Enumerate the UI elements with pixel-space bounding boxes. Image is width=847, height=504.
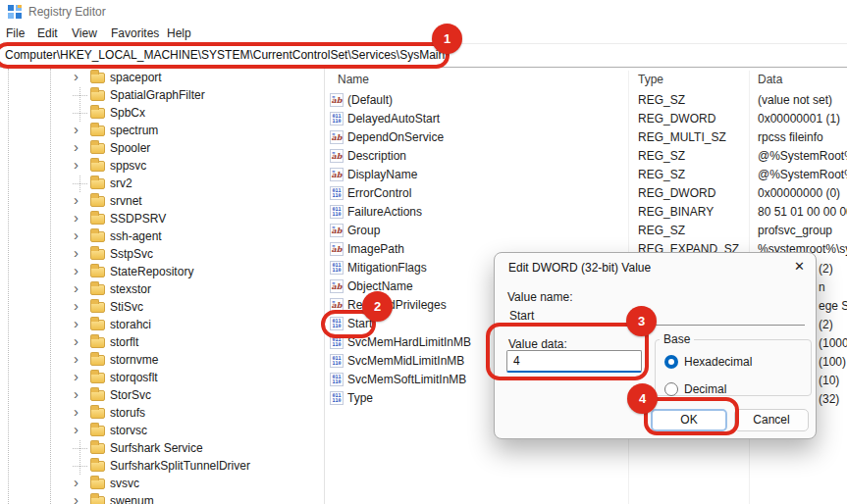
value-type: REG_SZ	[638, 224, 685, 237]
tree-item-spectrum[interactable]: ›spectrum	[0, 122, 324, 139]
chevron-right-icon[interactable]: ›	[69, 298, 83, 316]
value-name: SvcMemMidLimitInMB	[347, 354, 464, 368]
chevron-right-icon[interactable]: ›	[69, 404, 83, 422]
tree-item-sstpsvc[interactable]: ›SstpSvc	[0, 245, 324, 263]
chevron-right-icon[interactable]: ›	[69, 475, 83, 492]
tree-item-label: SSDPSRV	[110, 210, 166, 227]
folder-icon	[90, 390, 105, 401]
window-title: Registry Editor	[28, 5, 106, 19]
tree-item-label: ssh-agent	[110, 227, 162, 245]
tree-item-swenum[interactable]: ›swenum	[0, 492, 324, 504]
close-icon[interactable]: ✕	[794, 259, 805, 274]
dword-value-icon: 011110	[330, 205, 344, 219]
folder-icon	[90, 108, 105, 119]
menu-help[interactable]: Help	[167, 24, 191, 43]
chevron-right-icon[interactable]: ›	[69, 192, 83, 210]
tree-item-storahci[interactable]: ›storahci	[0, 316, 324, 333]
tree-item-storqosflt[interactable]: ›storqosflt	[0, 369, 324, 386]
tree-item-label: SurfsharkSplitTunnelDriver	[110, 457, 250, 475]
tree-item-staterepository[interactable]: ›StateRepository	[0, 263, 324, 280]
string-value-icon: ab	[330, 93, 344, 107]
tree-item-sppsvc[interactable]: ›sppsvc	[0, 157, 324, 175]
registry-editor-window: Registry Editor File Edit View Favorites…	[0, 0, 847, 504]
folder-icon	[90, 461, 105, 472]
value-name: Start	[347, 317, 372, 330]
tree-item-spbcx[interactable]: SpbCx	[0, 104, 324, 122]
value-type: REG_SZ	[638, 93, 685, 107]
chevron-right-icon[interactable]: ›	[69, 210, 83, 227]
chevron-right-icon[interactable]: ›	[69, 280, 83, 298]
dword-value-icon: 011110	[330, 261, 344, 275]
list-row-group[interactable]: abGroupREG_SZprofsvc_group	[325, 222, 847, 240]
address-bar[interactable]: Computer\HKEY_LOCAL_MACHINE\SYSTEM\Curre…	[0, 43, 847, 68]
value-name: SvcMemHardLimitInMB	[347, 335, 471, 349]
string-value-icon: ab	[330, 168, 344, 181]
tree-item-spaceport[interactable]: ›spaceport	[0, 69, 324, 86]
radio-unselected-icon[interactable]	[664, 382, 678, 396]
chevron-right-icon[interactable]: ›	[69, 157, 83, 175]
list-row-displayname[interactable]: abDisplayNameREG_SZ@%SystemRoot%	[325, 166, 847, 184]
column-header-name[interactable]: Name	[338, 73, 369, 86]
folder-icon	[90, 214, 105, 225]
menu-edit[interactable]: Edit	[37, 24, 58, 43]
chevron-right-icon[interactable]: ›	[69, 351, 83, 369]
folder-icon	[90, 443, 105, 454]
tree-item-spooler[interactable]: ›Spooler	[0, 139, 324, 157]
tree-item-label: swenum	[110, 492, 154, 504]
tree-item-svsvc[interactable]: ›svsvc	[0, 475, 324, 492]
cancel-button[interactable]: Cancel	[734, 409, 809, 431]
list-row-description[interactable]: abDescriptionREG_SZ@%SystemRoot%	[325, 147, 847, 166]
chevron-right-icon[interactable]: ›	[69, 245, 83, 263]
tree-item-stisvc[interactable]: ›StiSvc	[0, 298, 324, 316]
tree-item-label: srv2	[110, 175, 132, 192]
menu-favorites[interactable]: Favorites	[111, 24, 159, 43]
dword-value-icon: 011110	[330, 317, 344, 330]
chevron-right-icon[interactable]: ›	[69, 69, 83, 86]
ok-button[interactable]: OK	[651, 409, 727, 431]
menu-file[interactable]: File	[6, 24, 25, 43]
tree-item-label: storufs	[110, 404, 145, 422]
tree-item-ssh-agent[interactable]: ›ssh-agent	[0, 227, 324, 245]
tree-item-storufs[interactable]: ›storufs	[0, 404, 324, 422]
column-header-type[interactable]: Type	[638, 73, 663, 86]
tree-item-storflt[interactable]: ›storflt	[0, 333, 324, 351]
value-data: 0x00000001 (1)	[758, 112, 840, 126]
tree-item-stornvme[interactable]: ›stornvme	[0, 351, 324, 369]
tree-item-storsvc[interactable]: ›StorSvc	[0, 386, 324, 404]
chevron-right-icon[interactable]: ›	[69, 386, 83, 404]
tree-item-stexstor[interactable]: ›stexstor	[0, 280, 324, 298]
list-row-failureactions[interactable]: 011110FailureActionsREG_BINARY80 51 01 0…	[325, 203, 847, 222]
menu-view[interactable]: View	[72, 24, 97, 43]
tree-item-surfshark-service[interactable]: Surfshark Service	[0, 439, 324, 457]
chevron-right-icon[interactable]: ›	[69, 316, 83, 333]
radio-selected-icon[interactable]	[664, 355, 678, 369]
tree-item-ssdpsrv[interactable]: ›SSDPSRV	[0, 210, 324, 227]
list-row-delayedautostart[interactable]: 011110DelayedAutoStartREG_DWORD0x0000000…	[325, 110, 847, 128]
tree-item-label: Spooler	[110, 139, 150, 157]
folder-icon	[90, 496, 105, 504]
column-header-data[interactable]: Data	[758, 73, 782, 86]
folder-icon	[90, 249, 105, 260]
string-value-icon: ab	[330, 279, 344, 293]
radio-decimal[interactable]: Decimal	[664, 381, 726, 395]
chevron-right-icon[interactable]: ›	[69, 227, 83, 245]
radio-hexadecimal[interactable]: Hexadecimal	[664, 354, 752, 368]
value-data-input[interactable]	[506, 350, 642, 373]
tree-item-srv2[interactable]: srv2	[0, 175, 324, 192]
list-row-dependonservice[interactable]: abDependOnServiceREG_MULTI_SZrpcss filei…	[325, 128, 847, 147]
chevron-right-icon[interactable]: ›	[69, 139, 83, 157]
dotted-connector	[73, 183, 87, 184]
chevron-right-icon[interactable]: ›	[69, 263, 83, 280]
chevron-right-icon[interactable]: ›	[69, 333, 83, 351]
tree-item-spatialgraphfilter[interactable]: SpatialGraphFilter	[0, 86, 324, 104]
chevron-right-icon[interactable]: ›	[69, 369, 83, 386]
chevron-right-icon[interactable]: ›	[69, 492, 83, 504]
tree-item-storvsc[interactable]: ›storvsc	[0, 422, 324, 439]
chevron-right-icon[interactable]: ›	[69, 422, 83, 439]
tree-item-srvnet[interactable]: ›srvnet	[0, 192, 324, 210]
list-row-default[interactable]: ab(Default)REG_SZ(value not set)	[325, 91, 847, 110]
tree-item-surfsharksplittunneldriver[interactable]: SurfsharkSplitTunnelDriver	[0, 457, 324, 475]
list-row-errorcontrol[interactable]: 011110ErrorControlREG_DWORD0x00000000 (0…	[325, 184, 847, 203]
folder-icon	[90, 178, 105, 189]
chevron-right-icon[interactable]: ›	[69, 122, 83, 139]
